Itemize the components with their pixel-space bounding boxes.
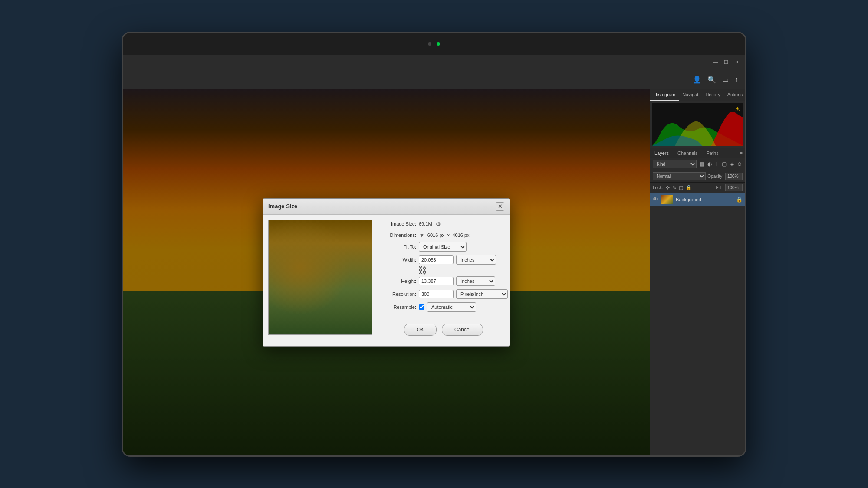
gear-button[interactable]: ⚙: [435, 220, 442, 228]
resample-label: Resample:: [379, 305, 416, 310]
search-icon[interactable]: 🔍: [707, 75, 716, 84]
layers-panel-menu[interactable]: ≡: [737, 148, 745, 158]
share-icon[interactable]: ↑: [735, 75, 738, 83]
monitor-top-bar: [123, 33, 745, 55]
resolution-row: Resolution: Pixels/Inch Pixels/Centimete…: [379, 289, 508, 299]
artboard-filter-icon[interactable]: ⊙: [736, 160, 743, 168]
image-size-label: Image Size:: [379, 221, 416, 226]
image-size-row: Image Size: 69.1M ⚙: [379, 220, 508, 228]
height-row: Height: Inches Pixels: [379, 276, 508, 286]
opacity-label: Opacity:: [707, 174, 723, 179]
tab-histogram[interactable]: Histogram: [650, 89, 679, 101]
panel-area: Image Size ✕ Image Size:: [123, 89, 745, 455]
blend-mode-select[interactable]: Normal Multiply Screen: [653, 172, 706, 180]
tab-layers[interactable]: Layers: [650, 148, 673, 158]
blend-opacity-row: Normal Multiply Screen Opacity: 100%: [650, 170, 745, 183]
kind-dropdown[interactable]: Kind: [653, 160, 697, 168]
ok-button[interactable]: OK: [404, 324, 437, 336]
opacity-row: Opacity: 100%: [707, 173, 743, 180]
resolution-label: Resolution:: [379, 291, 416, 297]
lock-all-icon[interactable]: 🔒: [686, 185, 692, 190]
lock-pixel-icon[interactable]: ✎: [672, 185, 676, 190]
fit-to-row: Fit To: Original Size Custom Letter: [379, 242, 508, 252]
modal-overlay: Image Size ✕ Image Size:: [123, 89, 650, 455]
lock-artboard-icon[interactable]: ▢: [679, 185, 683, 190]
image-size-value: 69.1M: [419, 221, 432, 226]
lock-label: Lock:: [653, 185, 663, 190]
pixel-filter-icon[interactable]: ▦: [698, 160, 705, 168]
resample-checkbox[interactable]: [419, 304, 424, 310]
width-input[interactable]: [419, 255, 454, 264]
height-label: Height:: [379, 278, 416, 284]
lock-fill-row: Lock: ⊹ ✎ ▢ 🔒 Fill: 100%: [650, 183, 745, 193]
layer-item-background[interactable]: 👁 Background 🔒: [650, 193, 745, 206]
app-window: — ☐ ✕ 👤 🔍 ▭ ↑ Image Size: [123, 55, 745, 455]
webcam-active: [437, 42, 440, 46]
account-icon[interactable]: 👤: [693, 75, 701, 84]
lock-position-icon[interactable]: ⊹: [666, 185, 670, 190]
fit-to-label: Fit To:: [379, 244, 416, 249]
layers-panel-tabs: Layers Channels Paths ≡: [650, 148, 745, 158]
tab-actions[interactable]: Actions: [724, 89, 745, 101]
adjustment-filter-icon[interactable]: ◐: [707, 160, 713, 168]
fill-label: Fill:: [716, 185, 723, 190]
ps-top-toolbar: 👤 🔍 ▭ ↑: [123, 70, 745, 89]
fill-value: 100%: [725, 184, 743, 191]
width-row: Width: Inches Pixels Centimeters: [379, 255, 508, 265]
layer-thumbnail: [661, 195, 673, 204]
histogram-svg: [652, 103, 743, 146]
dialog-close-button[interactable]: ✕: [496, 202, 504, 211]
dim-height: 4016 px: [452, 233, 469, 238]
cancel-button[interactable]: Cancel: [442, 324, 483, 336]
fit-to-select[interactable]: Original Size Custom Letter: [419, 242, 467, 252]
layer-name: Background: [676, 197, 733, 202]
dimensions-label: Dimensions:: [379, 233, 416, 238]
layer-lock-icon: 🔒: [736, 197, 743, 203]
dim-separator: ×: [447, 233, 450, 238]
tab-history[interactable]: History: [702, 89, 723, 101]
histogram-panel-tabs: Histogram Navigat History Actions ≡: [650, 89, 745, 101]
window-titlebar: — ☐ ✕: [123, 55, 745, 70]
dialog-titlebar: Image Size ✕: [263, 199, 510, 215]
tab-channels[interactable]: Channels: [673, 148, 702, 158]
resolution-input[interactable]: [419, 290, 454, 298]
right-panel: Histogram Navigat History Actions ≡: [650, 89, 745, 455]
histogram-warning-icon: ⚠: [735, 106, 740, 113]
width-label: Width:: [379, 257, 416, 262]
maximize-button[interactable]: ☐: [723, 59, 730, 66]
monitor: — ☐ ✕ 👤 🔍 ▭ ↑ Image Size: [122, 32, 746, 457]
height-unit-select[interactable]: Inches Pixels: [456, 276, 495, 286]
width-height-fields: Width: Inches Pixels Centimeters: [379, 255, 508, 265]
canvas-area: Image Size ✕ Image Size:: [123, 89, 650, 455]
dimensions-row: Dimensions: ▼ 6016 px × 4016 px: [379, 232, 508, 239]
opacity-value: 100%: [725, 173, 743, 180]
height-input[interactable]: [419, 277, 454, 285]
minimize-button[interactable]: —: [712, 59, 719, 66]
smart-filter-icon[interactable]: ◈: [729, 160, 735, 168]
close-button[interactable]: ✕: [733, 59, 740, 66]
tab-paths[interactable]: Paths: [702, 148, 723, 158]
shape-filter-icon[interactable]: ▢: [721, 160, 727, 168]
panel-icon[interactable]: ▭: [722, 75, 729, 84]
chain-link-icon: ⛓: [418, 265, 427, 275]
dialog-body: Image Size: 69.1M ⚙ Dimensions: ▼ 601: [263, 215, 510, 346]
tab-navigator[interactable]: Navigat: [679, 89, 702, 101]
dialog-form: Image Size: 69.1M ⚙ Dimensions: ▼ 601: [379, 220, 508, 341]
dialog-preview-image: [268, 220, 372, 335]
text-filter-icon[interactable]: T: [714, 160, 719, 168]
layers-kind-controls: Kind ▦ ◐ T ▢ ◈ ⊙: [650, 158, 745, 170]
dim-width: 6016 px: [427, 233, 444, 238]
resolution-unit-select[interactable]: Pixels/Inch Pixels/Centimeter: [456, 289, 508, 299]
dimensions-values: 6016 px × 4016 px: [427, 233, 470, 238]
histogram-display: ⚠: [652, 103, 743, 146]
dialog-title: Image Size: [268, 203, 297, 210]
layer-visibility-icon[interactable]: 👁: [653, 196, 658, 203]
dialog-footer: OK Cancel: [379, 319, 508, 341]
image-size-dialog: Image Size ✕ Image Size:: [263, 198, 510, 347]
resample-select[interactable]: Automatic Preserve Details Bicubic: [427, 302, 476, 312]
resample-row: Resample: Automatic Preserve Details Bic…: [379, 302, 508, 312]
dimensions-arrow-icon[interactable]: ▼: [419, 232, 425, 239]
width-unit-select[interactable]: Inches Pixels Centimeters: [456, 255, 496, 265]
webcam-inactive: [428, 42, 431, 46]
